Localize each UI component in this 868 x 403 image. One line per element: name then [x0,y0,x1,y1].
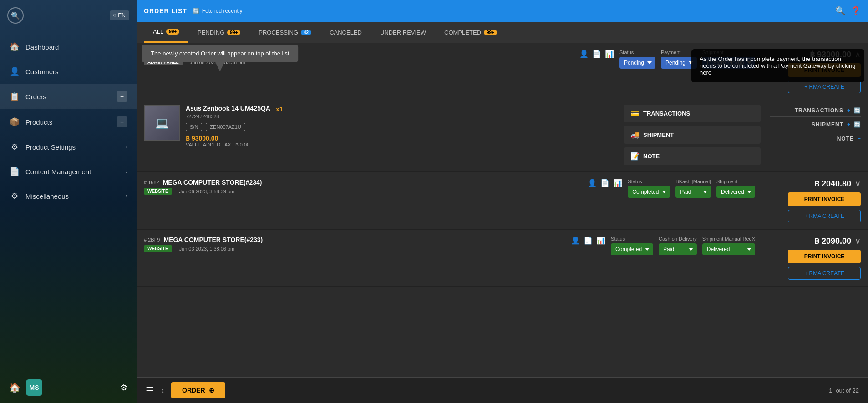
chevron-right-icon: › [126,193,127,199]
status-select[interactable]: Pending [619,57,655,69]
search-button[interactable]: 🔍 [7,7,24,24]
sidebar-item-dashboard[interactable]: 🏠 Dashboard [0,35,137,59]
sidebar-item-label: Miscellaneous [25,192,120,200]
tab-badge: 99+ [484,30,497,35]
user-icon[interactable]: 👤 [571,236,580,245]
product-image: 💻 [144,105,180,141]
tab-label: CANCELED [330,29,362,36]
zen-badge: ZEN007AZ1U [206,123,245,131]
rma-create-button[interactable]: + RMA CREATE [788,210,861,222]
orders-wrapper: ALL 99+ PENDING 99+ PROCESSING 42 CANCEL… [137,22,868,403]
print-invoice-button[interactable]: PRINT INVOICE [788,250,861,263]
chart-icon[interactable]: 📊 [613,179,622,187]
panel-label: NOTE [643,153,754,160]
language-selector[interactable]: বা EN [110,10,129,20]
order-amount: ฿ 2040.80 [814,179,851,189]
home-icon[interactable]: 🏠 [9,382,20,393]
orders-add-button[interactable]: + [117,91,127,102]
product-info: Asus Zenbook 14 UM425QA x1 727247248328 … [186,105,615,165]
tab-badge: 99+ [227,30,240,35]
order-detail: 💻 Asus Zenbook 14 UM425QA x1 72724724832… [144,99,861,165]
panel-label: SHIPMENT [643,131,754,138]
create-order-button[interactable]: ORDER ⊕ [171,382,225,398]
payment-select[interactable]: Paid [659,243,697,255]
products-add-button[interactable]: + [117,116,127,127]
shipment-select[interactable]: Delivered [716,186,755,198]
tab-badge: 42 [301,30,311,35]
lang-code: EN [118,12,126,19]
status-label: Status [611,236,653,242]
shipment-select[interactable]: Delivered [702,243,755,255]
order-card: # 2BF9 MEGA COMPUTER STORE(#233) WEBSITE… [137,230,868,287]
panel-right-label: SHIPMENT [812,121,843,128]
sidebar-item-content-management[interactable]: 📄 Content Management › [0,159,137,184]
sidebar-item-orders[interactable]: 📋 Orders + [0,84,137,109]
expand-icon[interactable]: ∨ [855,179,861,189]
sidebar-item-label: Dashboard [25,43,127,51]
avatar[interactable]: MS [26,379,42,396]
product-sku: 727247248328 [186,114,615,119]
print-invoice-button[interactable]: PRINT INVOICE [788,192,861,206]
rma-create-button[interactable]: + RMA CREATE [788,267,861,280]
topbar: ORDER LIST 🔄 Fetched recently 🔍 ❓ [137,0,868,22]
document-icon[interactable]: 📄 [592,50,601,58]
tab-processing[interactable]: PROCESSING 42 [249,23,320,42]
payment-gateway-tooltip[interactable]: As the Order has incomplete payment, the… [691,49,864,82]
order-source-badge: WEBSITE [144,245,172,252]
help-icon[interactable]: ❓ [851,6,861,16]
order-controls: Status Completed Cash on Delivery Paid [611,236,755,255]
order-amount: ฿ 2090.00 [814,236,851,246]
tab-label: ALL [153,28,163,35]
order-customer-name: COMPUTER EXPRESS(#26) [164,50,248,57]
order-customer-name: MEGA COMPUTER STORE(#233) [163,236,263,243]
note-right-panel: NOTE + [770,133,861,145]
shipment-add-button[interactable]: + [847,121,850,128]
search-icon[interactable]: 🔍 [835,6,845,16]
orders-list: # C6D4 COMPUTER EXPRESS(#26) ADMIN PANEL… [137,43,868,377]
sidebar-item-customers[interactable]: 👤 Customers [0,59,137,84]
sidebar-item-products[interactable]: 📦 Products + [0,109,137,135]
search-icon: 🔍 [11,11,20,20]
tab-pending[interactable]: PENDING 99+ [188,23,249,42]
product-tax: VALUE ADDED TAX ฿ 0.00 [186,142,615,148]
sidebar-item-miscellaneous[interactable]: ⚙ Miscellaneous › [0,184,137,208]
transactions-add-button[interactable]: + [847,107,850,114]
tab-under-review[interactable]: UNDER REVIEW [371,23,435,42]
sidebar-item-label: Orders [25,93,111,101]
status-select[interactable]: Completed [628,186,670,198]
panel-label: TRANSACTIONS [643,110,754,117]
tab-all[interactable]: ALL 99+ [144,22,188,43]
document-icon[interactable]: 📄 [600,179,609,187]
transactions-panel: 💳 TRANSACTIONS [624,105,761,122]
refresh-icon[interactable]: 🔄 [854,107,861,114]
refresh-icon: 🔄 [193,8,199,14]
tab-badge: 99+ [166,29,179,35]
user-icon[interactable]: 👤 [588,179,597,187]
expand-icon[interactable]: ∨ [855,236,861,246]
user-icon[interactable]: 👤 [579,50,589,58]
topbar-actions: 🔍 ❓ [835,6,861,16]
order-info: # 1682 MEGA COMPUTER STORE(#234) WEBSITE… [144,179,582,195]
shipment-label: Shipment Manual RedX [702,236,755,242]
chart-icon[interactable]: 📊 [605,50,614,58]
settings-icon[interactable]: ⚙ [120,383,127,393]
products-icon: 📦 [9,117,20,127]
order-date: Jun 03 2023, 1:38:06 pm [179,246,235,252]
chart-icon[interactable]: 📊 [596,236,605,245]
status-select[interactable]: Completed [611,243,653,255]
sidebar-item-label: Product Settings [25,143,120,151]
tab-completed[interactable]: COMPLETED 99+ [435,23,506,42]
order-id: # C6D4 [144,50,161,56]
order-controls: Status Completed BKash [Manual] Paid [628,179,755,198]
payment-select[interactable]: Paid [675,186,711,198]
order-right: ฿ 2090.00 ∨ PRINT INVOICE + RMA CREATE [761,236,861,280]
note-add-button[interactable]: + [858,136,861,142]
menu-icon[interactable]: ☰ [146,385,154,396]
tab-canceled[interactable]: CANCELED [320,23,371,42]
product-settings-icon: ⚙ [9,142,20,152]
sidebar-item-product-settings[interactable]: ⚙ Product Settings › [0,135,137,159]
rma-create-button[interactable]: + RMA CREATE [788,81,861,93]
refresh-icon[interactable]: 🔄 [854,121,861,128]
back-arrow[interactable]: ‹ [161,386,164,395]
document-icon[interactable]: 📄 [584,236,593,245]
